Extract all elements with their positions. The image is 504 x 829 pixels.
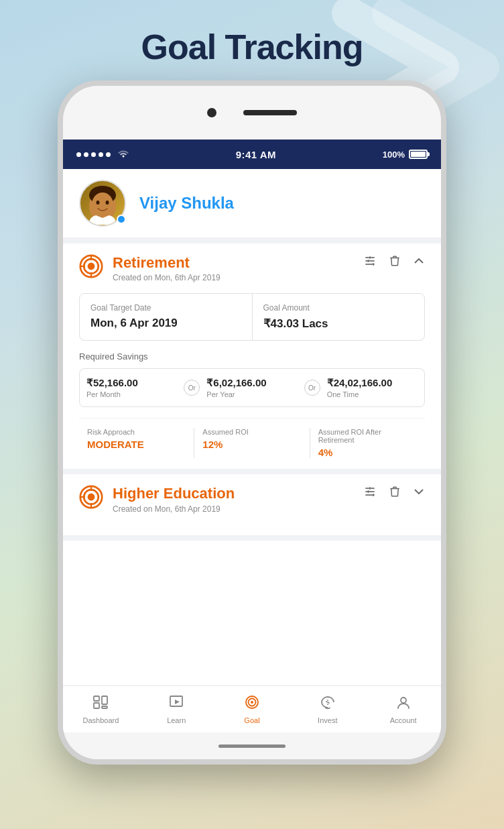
roi-after-value: 4% bbox=[318, 447, 417, 458]
goal-card-higher-education: Higher Education Created on Mon, 6th Apr… bbox=[63, 474, 441, 535]
goal-actions bbox=[363, 254, 425, 271]
svg-rect-36 bbox=[102, 696, 107, 704]
education-goal-actions bbox=[363, 485, 425, 502]
or-circle-1: Or bbox=[184, 380, 200, 396]
svg-rect-34 bbox=[94, 696, 99, 701]
risk-approach-label: Risk Approach bbox=[87, 428, 186, 436]
svg-point-7 bbox=[88, 263, 95, 270]
one-time-amount: ₹24,02,166.00 bbox=[327, 377, 393, 389]
nav-dashboard-label: Dashboard bbox=[82, 716, 119, 724]
settings-icon[interactable] bbox=[363, 254, 377, 271]
education-goal-icon bbox=[79, 485, 103, 509]
dashboard-icon bbox=[92, 695, 109, 714]
nav-learn[interactable]: Learn bbox=[139, 695, 214, 724]
phone-frame: 9:41 AM 100% bbox=[58, 80, 446, 765]
svg-point-13 bbox=[369, 256, 371, 258]
retirement-goal-icon bbox=[79, 254, 103, 278]
per-year-label: Per Year bbox=[206, 390, 235, 398]
svg-point-2 bbox=[92, 192, 113, 217]
online-indicator bbox=[117, 215, 126, 224]
required-savings-label: Required Savings bbox=[79, 351, 425, 362]
risk-metrics: Risk Approach MODERATE Assumed ROI 12% A… bbox=[79, 418, 425, 458]
svg-point-45 bbox=[401, 698, 406, 703]
avatar-wrapper bbox=[79, 180, 126, 227]
status-bar: 9:41 AM 100% bbox=[63, 140, 441, 169]
svg-point-4 bbox=[106, 201, 109, 205]
risk-approach-item: Risk Approach MODERATE bbox=[79, 428, 194, 458]
phone-screen: Vijay Shukla bbox=[63, 169, 441, 732]
goal-target-date-item: Goal Target Date Mon, 6 Apr 2019 bbox=[80, 294, 253, 340]
per-month-amount: ₹52,166.00 bbox=[86, 377, 138, 389]
phone-bottom-bar bbox=[63, 732, 441, 759]
one-time-label: One Time bbox=[327, 390, 359, 398]
nav-account[interactable]: Account bbox=[365, 695, 441, 724]
education-delete-icon[interactable] bbox=[389, 485, 401, 502]
roi-after-label: Assumed ROI After Retirement bbox=[318, 428, 417, 444]
svg-point-16 bbox=[367, 260, 369, 262]
amount-label: Goal Amount bbox=[263, 303, 414, 313]
goal-card-retirement: Retirement Created on Mon, 6th Apr 2019 bbox=[63, 243, 441, 469]
savings-one-time: ₹24,02,166.00 One Time bbox=[320, 369, 424, 406]
status-time: 9:41 AM bbox=[236, 149, 276, 160]
learn-icon bbox=[168, 695, 184, 714]
roi-label: Assumed ROI bbox=[202, 428, 301, 436]
education-goal-title: Higher Education bbox=[113, 485, 363, 502]
speaker-bar bbox=[243, 110, 297, 115]
expand-icon[interactable] bbox=[413, 486, 425, 501]
amount-value: ₹43.03 Lacs bbox=[263, 317, 414, 331]
or-circle-2: Or bbox=[304, 380, 320, 396]
home-indicator bbox=[218, 744, 286, 748]
goal-nav-icon bbox=[244, 695, 260, 714]
svg-rect-37 bbox=[102, 706, 107, 708]
goal-created-date: Created on Mon, 6th Apr 2019 bbox=[113, 273, 363, 282]
page-title: Goal Tracking bbox=[0, 27, 504, 67]
goal-amount-item: Goal Amount ₹43.03 Lacs bbox=[253, 294, 425, 340]
scroll-area[interactable]: Retirement Created on Mon, 6th Apr 2019 bbox=[63, 238, 441, 685]
nav-goal[interactable]: Goal bbox=[214, 695, 290, 724]
svg-point-42 bbox=[251, 701, 253, 704]
savings-per-month: ₹52,166.00 Per Month bbox=[80, 369, 184, 406]
roi-value: 12% bbox=[202, 439, 301, 450]
collapse-icon[interactable] bbox=[413, 255, 425, 270]
svg-point-28 bbox=[369, 488, 371, 490]
nav-learn-label: Learn bbox=[167, 716, 186, 724]
battery-area: 100% bbox=[383, 150, 428, 160]
svg-point-3 bbox=[97, 201, 100, 205]
bottom-nav: Dashboard Learn bbox=[63, 685, 441, 732]
phone-top-bar bbox=[63, 86, 441, 140]
goal-title-section: Retirement Created on Mon, 6th Apr 2019 bbox=[113, 254, 363, 282]
wifi-icon bbox=[117, 148, 129, 160]
user-name: Vijay Shukla bbox=[139, 194, 234, 213]
nav-account-label: Account bbox=[390, 716, 417, 724]
savings-per-year: ₹6,02,166.00 Per Year bbox=[200, 369, 304, 406]
camera-dot bbox=[207, 108, 216, 117]
svg-point-33 bbox=[372, 494, 374, 496]
nav-goal-label: Goal bbox=[244, 716, 259, 724]
svg-point-22 bbox=[88, 494, 95, 501]
delete-icon[interactable] bbox=[389, 254, 401, 271]
savings-box: ₹52,166.00 Per Month Or ₹6,02,166.00 Per… bbox=[79, 368, 425, 407]
nav-invest[interactable]: Invest bbox=[290, 695, 365, 724]
nav-dashboard[interactable]: Dashboard bbox=[63, 695, 139, 724]
user-header: Vijay Shukla bbox=[63, 169, 441, 238]
target-date-value: Mon, 6 Apr 2019 bbox=[90, 317, 241, 330]
goal-title: Retirement bbox=[113, 254, 363, 272]
roi-after-item: Assumed ROI After Retirement 4% bbox=[310, 428, 425, 458]
svg-rect-35 bbox=[94, 703, 99, 708]
signal-area bbox=[76, 148, 129, 160]
education-settings-icon[interactable] bbox=[363, 485, 377, 502]
risk-approach-value: MODERATE bbox=[87, 439, 186, 450]
per-month-label: Per Month bbox=[86, 390, 121, 398]
target-date-label: Goal Target Date bbox=[90, 303, 241, 313]
nav-invest-label: Invest bbox=[318, 716, 337, 724]
goal-details-box: Goal Target Date Mon, 6 Apr 2019 Goal Am… bbox=[79, 293, 425, 341]
svg-point-31 bbox=[367, 491, 369, 493]
account-icon bbox=[395, 695, 412, 714]
roi-item: Assumed ROI 12% bbox=[194, 428, 310, 458]
invest-icon bbox=[320, 695, 336, 714]
battery-icon bbox=[409, 150, 428, 159]
education-goal-created: Created on Mon, 6th Apr 2019 bbox=[113, 504, 363, 514]
education-goal-title-section: Higher Education Created on Mon, 6th Apr… bbox=[113, 485, 363, 513]
battery-percentage: 100% bbox=[383, 150, 405, 160]
per-year-amount: ₹6,02,166.00 bbox=[206, 377, 266, 389]
